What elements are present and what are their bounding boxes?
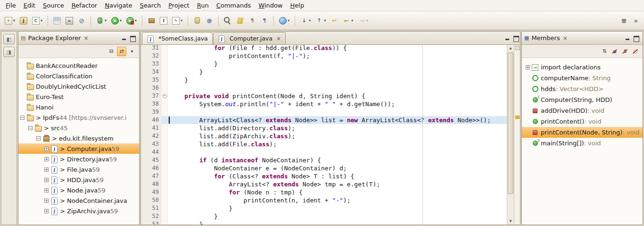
code-text[interactable]: } [168,220,507,225]
minimize-view-button[interactable] [120,35,128,42]
previous-annotation-button[interactable]: ▾ [314,15,328,27]
view-menu-button[interactable] [127,47,137,56]
code-text[interactable]: list.add(File.class); [168,140,507,148]
tree-item-file-java[interactable]: +> File.java 59 [18,164,139,175]
tree-item-euro-test[interactable]: Euro-Test [18,92,139,102]
expand-icon[interactable]: + [44,147,49,151]
tree-item-doublylinkedcycliclist[interactable]: DoublyLinkedCyclicList [18,81,139,92]
member-computer-string-hdd[interactable]: Computer(String, HDD) [522,94,643,105]
tree-item-node-java[interactable]: +> Node.java 59 [18,185,139,195]
format-paragraph-button[interactable] [259,15,270,27]
collapse-all-button[interactable] [107,47,116,56]
menu-source[interactable]: Source [39,0,68,10]
tree-item-nodecontainer-java[interactable]: +> NodeContainer.java [18,195,139,206]
tree-item-ziparchiv-java[interactable]: +> ZipArchiv.java 59 [18,206,139,216]
new-java-class-button[interactable]: ▾ [30,15,44,27]
code-text[interactable]: private void printContent(Node d, String… [168,92,507,100]
link-with-editor-button[interactable] [117,47,126,56]
restore-views-button[interactable] [3,34,15,44]
code-text[interactable]: printContent(f, "|-"); [168,52,507,60]
tree-item-ipdfs[interactable]: −> IpdFs 44 [https://svnserver.i [18,112,139,123]
code-text[interactable]: System.out.println("|-" + ident + " " + … [168,100,507,108]
tree-item-colorclassification[interactable]: ColorClassification [18,71,139,81]
code-text[interactable]: if (d instanceof NodeContainer) { [168,156,507,164]
collapse-icon[interactable]: − [28,126,33,130]
occurrence-marker[interactable] [515,116,520,119]
code-text[interactable]: for (File f : hdd.get(File.class)) { [168,45,507,52]
code-text[interactable]: ArrayList<Class<? extends Node>> list = … [168,116,507,124]
toolbar-overflow-button[interactable]: » [630,17,642,25]
member-main-string[interactable]: main(String[]) : void [522,138,643,149]
code-text[interactable] [168,108,507,116]
menu-help[interactable]: Help [287,0,308,10]
code-text[interactable]: } [168,60,507,68]
menu-navigate[interactable]: Navigate [101,0,136,10]
package-explorer-view-tab[interactable]: Package Explorer × [18,32,139,45]
javadoc-wizard-button[interactable] [204,15,215,27]
code-text[interactable]: } [168,204,507,212]
expand-icon[interactable]: + [44,209,49,213]
code-text[interactable]: for (Node n : tmp) { [168,188,507,196]
collapse-icon[interactable]: − [36,136,41,141]
maximize-view-button[interactable] [633,35,640,42]
close-view-icon[interactable]: × [563,35,568,42]
tree-item-hanoi[interactable]: Hanoi [18,102,139,112]
scrollbar-thumb[interactable] [508,52,513,194]
expand-icon[interactable]: + [44,188,49,193]
collapse-region-icon[interactable]: − [163,94,167,98]
code-text[interactable]: NodeContainer e = (NodeContainer) d; [168,164,507,172]
close-view-icon[interactable]: × [84,35,89,42]
forward-button[interactable]: ▾ [356,15,370,27]
tree-item-src[interactable]: −> src 45 [18,123,139,133]
code-text[interactable]: list.add(Directory.class); [168,124,507,132]
code-text[interactable]: } [168,76,507,84]
menu-window[interactable]: Window [255,0,286,10]
new-interface-button[interactable] [158,15,169,27]
create-jar-button[interactable] [191,15,203,27]
menu-run[interactable]: Run [193,0,213,10]
show-whitespace-button[interactable] [247,15,258,27]
code-text[interactable] [168,148,507,156]
editor-scrollbar[interactable]: ▲ ▼ [507,45,514,225]
tree-item-edu-kit-filesystem[interactable]: −> edu.kit.filesystem [18,133,139,143]
search-button[interactable] [222,15,233,27]
new-wizard-button[interactable]: ▾ [3,15,17,27]
member-printcontent-node-string[interactable]: printContent(Node, String) : void [522,127,643,138]
expand-icon[interactable]: + [44,167,49,172]
show-view-button[interactable] [3,47,15,57]
last-edit-location-button[interactable] [329,15,340,27]
next-annotation-button[interactable]: ▾ [298,15,313,27]
maximize-editor-button[interactable] [512,35,520,42]
expand-icon[interactable]: + [44,178,49,182]
minimize-editor-button[interactable] [504,35,511,42]
collapse-icon[interactable]: − [20,116,25,120]
code-text[interactable]: } [168,68,507,76]
hide-static-members-button[interactable] [620,47,630,56]
overview-ruler-header-button[interactable] [515,46,520,50]
code-text[interactable]: ArrayList<? extends Node> tmp = e.get(T)… [168,180,507,188]
expand-icon[interactable]: + [44,157,49,161]
code-text[interactable]: for (Class<? extends Node> T : list) { [168,172,507,180]
expand-icon[interactable]: + [526,65,530,69]
pin-editor-button[interactable] [618,15,629,27]
menu-edit[interactable]: Edit [20,0,39,10]
code-text[interactable]: printContent(n, ident + "-"); [168,196,507,204]
hide-fields-button[interactable] [610,47,619,56]
web-browser-button[interactable]: ▾ [277,15,291,27]
debug-button[interactable]: ▾ [94,15,108,27]
mark-occurrences-button[interactable] [234,15,246,27]
code-text[interactable]: list.add(ZipArchiv.class); [168,132,507,140]
member-hdds[interactable]: hdds : Vector<HDD> [522,84,643,94]
print-file-button[interactable] [64,15,75,27]
member-printcontent[interactable]: printContent() : void [522,116,643,127]
expand-icon[interactable]: + [44,199,49,203]
hide-non-public-members-button[interactable] [631,47,640,56]
new-snippet-button[interactable]: ▾ [170,15,184,27]
tree-item-bankaccountreader[interactable]: BankAccountReader [18,60,139,71]
new-java-project-button[interactable] [18,15,29,27]
code-text[interactable]: } [168,212,507,220]
skip-all-breakpoints-button[interactable] [76,15,87,27]
member-adddrive-hdd[interactable]: addDrive(HDD) : void [522,105,643,116]
menu-refactor[interactable]: Refactor [68,0,101,10]
tree-item-computer-java[interactable]: +> Computer.java 59 [18,143,139,154]
